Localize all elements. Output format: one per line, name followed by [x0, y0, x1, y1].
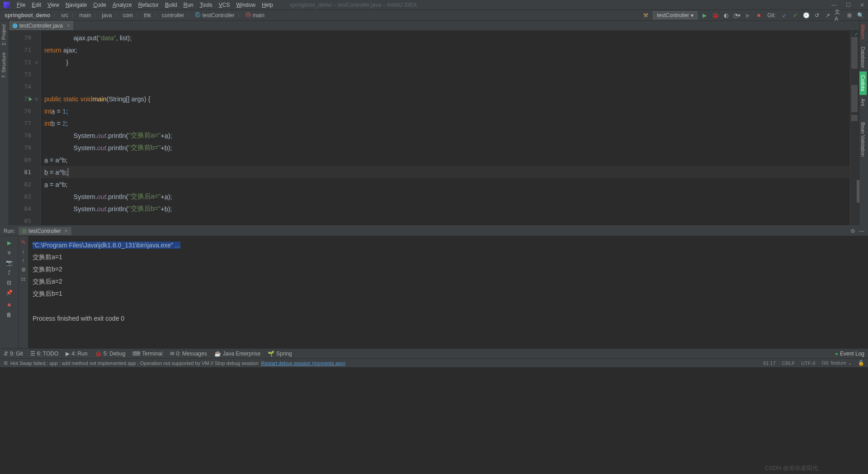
git-history-icon[interactable]: 🕘	[802, 11, 810, 19]
scroll-to-end-icon[interactable]: ↓	[19, 247, 28, 256]
minimize-icon[interactable]: —	[831, 2, 837, 8]
search-everywhere-icon[interactable]: 🔍	[856, 11, 864, 19]
menu-vcs[interactable]: VCS	[216, 2, 233, 8]
status-link[interactable]: Restart debug session (moments ago)	[261, 360, 345, 366]
menu-file[interactable]: File	[14, 2, 28, 8]
editor-minimap[interactable]: ✓	[850, 31, 859, 225]
print-icon[interactable]: ↑	[19, 256, 28, 265]
caret-position[interactable]: 81:17	[763, 360, 776, 366]
toggle-soft-wrap-icon[interactable]: ✎	[19, 238, 28, 247]
line-separator[interactable]: CRLF	[782, 360, 795, 366]
run-actions-icon[interactable]: ≡	[0, 248, 18, 257]
pin-icon[interactable]: 📌	[0, 288, 18, 297]
menu-tools[interactable]: Tools	[197, 2, 216, 8]
breadcrumb-item[interactable]: main	[252, 12, 265, 19]
menu-code[interactable]: Code	[90, 2, 109, 8]
git-push-icon[interactable]: ↗	[824, 11, 832, 19]
minimap-scrollbar[interactable]	[857, 180, 859, 203]
code-editor[interactable]: 707172⊖737475▶⊖76777879808182838485 ajax…	[9, 31, 850, 225]
menu-navigate[interactable]: Navigate	[62, 2, 90, 8]
database-tool-button[interactable]: Database	[859, 43, 867, 71]
code-line[interactable]: return ajax;	[41, 44, 850, 56]
code-line[interactable]: }	[41, 56, 850, 68]
menu-edit[interactable]: Edit	[28, 2, 44, 8]
breadcrumb-item[interactable]: src	[60, 12, 69, 19]
ant-tool-button[interactable]: Ant	[859, 95, 867, 110]
status-toggle-icon[interactable]: ⊞	[4, 360, 8, 366]
code-area[interactable]: ajax.put("data", list); return ajax; } p…	[41, 31, 850, 225]
breadcrumb-item[interactable]: testController	[201, 12, 235, 19]
code-line[interactable]: a = a^b;	[41, 154, 850, 166]
toolwindow-spring[interactable]: 🌱 Spring	[268, 351, 292, 357]
run-hide-icon[interactable]: —	[859, 228, 864, 234]
toolwindow-run[interactable]: ▶ 4: Run	[66, 351, 87, 357]
menu-window[interactable]: Window	[233, 2, 259, 8]
close-tab-icon[interactable]: ×	[67, 23, 70, 29]
breadcrumb-item[interactable]: controller	[161, 12, 185, 19]
run-settings-icon[interactable]: ⚙	[850, 228, 855, 234]
breadcrumb-item[interactable]: com	[122, 12, 134, 19]
attach-icon[interactable]: ▶	[744, 11, 752, 19]
toolwindow-javaenterprise[interactable]: ☕ Java Enterprise	[214, 351, 260, 357]
stop-run-icon[interactable]: ■	[0, 300, 18, 309]
git-commit-icon[interactable]: ✓	[791, 11, 799, 19]
breadcrumb-item[interactable]: thk	[143, 12, 152, 19]
code-line[interactable]: int a = 1;	[41, 105, 850, 117]
code-line[interactable]: System.out.println("交换前b="+b);	[41, 142, 850, 154]
breadcrumb-item[interactable]: java	[101, 12, 113, 19]
dump-threads-icon[interactable]: 📷	[0, 258, 18, 267]
breadcrumb-item[interactable]: main	[78, 12, 92, 19]
git-branch[interactable]: Git: feature ⌄	[822, 360, 852, 366]
editor-gutter[interactable]: 707172⊖737475▶⊖76777879808182838485	[9, 31, 41, 225]
code-line[interactable]: System.out.println("交换前a="+a);	[41, 129, 850, 142]
build-hammer-icon[interactable]: ⚒	[642, 11, 650, 19]
stop-icon[interactable]: ■	[755, 11, 763, 19]
profile-icon[interactable]: ◔▾	[733, 11, 741, 19]
rerun-icon[interactable]: ▶	[0, 238, 18, 247]
menu-refactor[interactable]: Refactor	[135, 2, 162, 8]
trash-icon[interactable]: 🗑	[0, 310, 18, 319]
toolwindow-terminal[interactable]: ⌨ Terminal	[132, 351, 162, 357]
toolwindow-git[interactable]: ⇵ 9: Git	[4, 351, 23, 357]
menu-help[interactable]: Help	[259, 2, 276, 8]
code-line[interactable]: a = a^b;	[41, 178, 850, 190]
breadcrumb[interactable]: springboot_demo〉src〉main〉java〉com〉thk〉co…	[4, 11, 265, 19]
code-line[interactable]: public static void main(String[] args) {	[41, 93, 850, 105]
breadcrumb-item[interactable]: springboot_demo	[4, 12, 51, 19]
code-line[interactable]: ajax.put("data", list);	[41, 32, 850, 44]
code-line[interactable]: b = a^b;	[41, 166, 850, 178]
code-line[interactable]: int b = 2;	[41, 117, 850, 129]
coverage-icon[interactable]: ◐	[722, 11, 730, 19]
toolwindow-todo[interactable]: ☰ 6: TODO	[30, 351, 59, 357]
event-log-button[interactable]: Event Log	[835, 351, 864, 357]
project-tool-button[interactable]: 1: Project	[0, 21, 7, 49]
menu-build[interactable]: Build	[162, 2, 180, 8]
codota-tool-button[interactable]: Codota	[859, 71, 867, 95]
translate-icon[interactable]: 文A	[835, 11, 843, 19]
readonly-lock-icon[interactable]: 🔓	[858, 360, 864, 366]
code-line[interactable]	[41, 68, 850, 81]
code-line[interactable]: System.out.println("交换后b="+b);	[41, 203, 850, 215]
exit-icon[interactable]: ⤴	[0, 268, 18, 277]
code-line[interactable]	[41, 215, 850, 225]
toolwindow-debug[interactable]: 🐞 5: Debug	[95, 351, 126, 357]
clear-icon[interactable]: ⊘	[19, 265, 28, 274]
console-output[interactable]: "C:\Program Files\Java\jdk1.8.0_131\bin\…	[28, 236, 868, 349]
run-icon[interactable]: ▶	[700, 11, 708, 19]
editor-tab[interactable]: C testController.java ×	[9, 21, 74, 30]
menu-analyze[interactable]: Analyze	[109, 2, 135, 8]
git-update-icon[interactable]: ↙	[780, 11, 788, 19]
structure-tool-button[interactable]: 7: Structure	[0, 49, 7, 82]
code-line[interactable]	[41, 81, 850, 93]
layout-icon[interactable]: ⊟	[0, 278, 18, 287]
console-settings-icon[interactable]: ⚏	[19, 274, 28, 283]
file-encoding[interactable]: UTF-8	[801, 360, 815, 366]
debug-icon[interactable]: 🐞	[711, 11, 719, 19]
maximize-icon[interactable]: ☐	[846, 2, 851, 8]
bean-validation-tool-button[interactable]: Bean Validation	[859, 118, 867, 160]
menu-view[interactable]: View	[44, 2, 62, 8]
maven-tool-button[interactable]: Maven	[859, 21, 867, 43]
git-rollback-icon[interactable]: ↺	[813, 11, 821, 19]
toolwindow-messages[interactable]: ✉ 0: Messages	[170, 351, 207, 357]
close-icon[interactable]: ✕	[860, 2, 864, 8]
